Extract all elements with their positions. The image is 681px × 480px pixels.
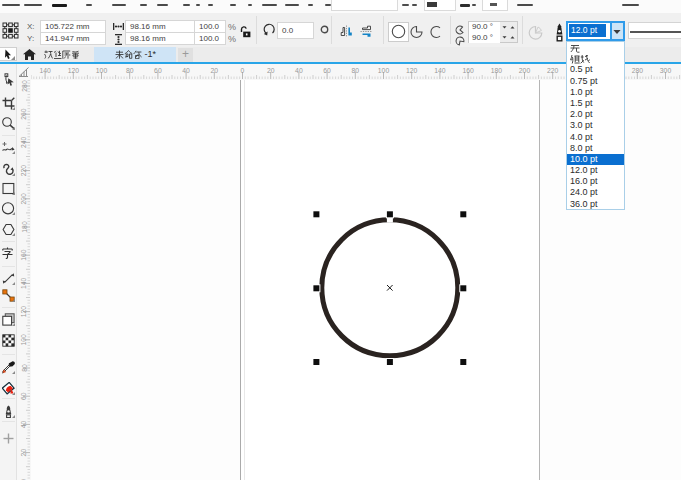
svg-text:260: 260 <box>21 108 28 120</box>
svg-text:20: 20 <box>21 449 28 457</box>
svg-text:120: 120 <box>21 306 28 318</box>
svg-text:100: 100 <box>96 67 108 74</box>
svg-text:280: 280 <box>632 67 644 74</box>
svg-text:300: 300 <box>660 67 672 74</box>
svg-text:100: 100 <box>378 67 390 74</box>
svg-text:200: 200 <box>21 193 28 205</box>
svg-text:140: 140 <box>21 278 28 290</box>
svg-text:200: 200 <box>519 67 531 74</box>
svg-text:180: 180 <box>21 221 28 233</box>
svg-text:0: 0 <box>241 67 245 74</box>
svg-text:160: 160 <box>462 67 474 74</box>
svg-text:140: 140 <box>434 67 446 74</box>
svg-text:60: 60 <box>21 392 28 400</box>
svg-text:180: 180 <box>491 67 503 74</box>
svg-text:120: 120 <box>68 67 80 74</box>
svg-text:40: 40 <box>295 67 303 74</box>
svg-text:40: 40 <box>182 67 190 74</box>
svg-text:80: 80 <box>126 67 134 74</box>
svg-text:60: 60 <box>323 67 331 74</box>
svg-text:100: 100 <box>21 334 28 346</box>
svg-text:60: 60 <box>154 67 162 74</box>
svg-text:80: 80 <box>21 364 28 372</box>
svg-text:220: 220 <box>21 165 28 177</box>
svg-text:80: 80 <box>352 67 360 74</box>
svg-text:220: 220 <box>547 67 559 74</box>
svg-text:140: 140 <box>39 67 51 74</box>
svg-text:20: 20 <box>267 67 275 74</box>
svg-text:20: 20 <box>211 67 219 74</box>
svg-text:240: 240 <box>21 137 28 149</box>
svg-text:40: 40 <box>21 420 28 428</box>
svg-text:280: 280 <box>21 80 28 92</box>
svg-text:120: 120 <box>406 67 418 74</box>
svg-text:160: 160 <box>21 249 28 261</box>
